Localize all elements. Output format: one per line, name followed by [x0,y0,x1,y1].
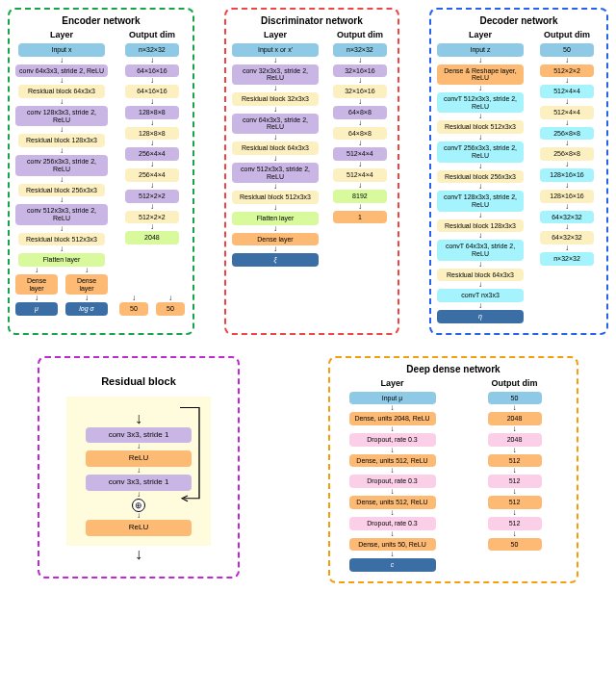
decoder-dim-2: 512×4×4 [540,85,594,98]
dec-out: η [437,310,524,323]
arrow-icon: ↓ [60,176,64,184]
arrow-icon: ↓ [391,509,395,517]
dense-dim-4: 512 [488,475,542,488]
arrow-icon: ↓ [150,223,154,231]
arrow-icon: ↓ [565,223,569,231]
arrow-icon: ↓ [478,134,482,141]
discriminator-dim-5: 512×4×4 [333,147,387,161]
decoder-layer-6: convT 128x3x3, stride 2, ReLU [437,191,524,211]
decoder-panel: Decoder network Layer Input z↓Dense & Re… [429,8,608,335]
dense-dim-hdr: Output dim [492,378,538,388]
decoder-dim-10: n×32×32 [540,252,594,266]
arrow-icon: ↓ [60,77,64,85]
decoder-layer-0: Input z [437,43,524,57]
dense-dim-3: 512 [488,454,542,468]
arrow-icon: ↓ [273,57,277,64]
arrow-icon: ↓ [565,244,569,252]
arrow-icon: ↓ [513,488,517,496]
discriminator-layer-6: Residual block 512x3x3 [232,191,319,204]
encoder-layer-7: conv 512x3x3, stride 2, ReLU [15,204,108,224]
resid-relu1: ReLU [86,450,192,467]
discriminator-layer-1: conv 32x3x3, stride 2, ReLU [232,64,319,85]
encoder-layer-col: Layer Input x↓conv 64x3x3, stride 2, ReL… [15,30,108,316]
arrow-icon: ↓ [358,98,362,106]
encoder-layer-hdr: Layer [50,30,73,39]
discriminator-dim-8: 1 [333,211,387,224]
encoder-dim-5: 256×4×4 [125,147,179,161]
encoder-layer-9: Flatten layer [18,253,105,267]
encoder-dim-hdr: Output dim [129,30,175,39]
arrow-icon: ↓ [60,98,64,106]
discriminator-dim-3: 64×8×8 [333,106,387,119]
arrow-icon: ↓ [478,261,482,269]
decoder-dim-5: 256×8×8 [540,147,594,161]
encoder-dim-1: 64×16×16 [125,64,179,78]
dense-layer-7: Dense, units 50, ReLU [349,538,436,552]
dec-layer-col: Layer Input z↓Dense & Reshape layer, ReL… [437,30,524,323]
decoder-layer-7: Residual block 128x3x3 [437,219,524,233]
discriminator-layer-2: Residual block 32x3x3 [232,92,319,106]
resid-conv2: conv 3x3, stride 1 [86,475,192,491]
arrow-icon: ↓ [273,204,277,212]
arrow-icon: ↓ [66,546,211,563]
dense-layer-5: Dense, units 512, ReLU [349,496,436,509]
arrow-icon: ↓ [150,140,154,147]
encoder-panel: Encoder network Layer Input x↓conv 64x3x… [8,8,194,335]
arrow-icon: ↓ [478,163,482,170]
arrow-icon: ↓ [478,183,482,191]
encoder-dim-2: 64×16×16 [125,85,179,98]
dec-dim-hdr: Output dim [544,30,590,39]
residual-title: Residual block [66,375,211,387]
dense-layer-0: Input μ [349,392,436,405]
encoder-dense-right: Dense layer [65,274,108,295]
arrow-icon: ↓ [60,245,64,253]
decoder-layer-1: Dense & Reshape layer, ReLU [437,64,524,85]
arrow-icon: ↓ [150,161,154,168]
arrow-icon: ↓ [391,530,395,538]
encoder-layer-3: conv 128x3x3, stride 2, ReLU [15,106,108,126]
arrow-icon: ↓ [358,203,362,211]
encoder-dim-3: 128×8×8 [125,106,179,119]
arrow-icon: ↓ [565,119,569,127]
discriminator-layer-3: conv 64x3x3, stride 2, ReLU [232,114,319,134]
decoder-layer-10: convT nx3x3 [437,289,524,302]
dense-dim-0: 50 [488,392,542,405]
dec-layer-hdr: Layer [469,30,492,39]
dense-title: Deep dense network [336,364,571,374]
arrow-icon: ↓ [150,98,154,106]
arrow-icon: ↓ [358,57,362,64]
arrow-icon: ↓ [513,467,517,475]
arrow-icon: ↓ [478,57,482,64]
arrow-icon: ↓ [478,113,482,120]
dense-layer-4: Dropout, rate 0.3 [349,475,436,488]
arrow-icon: ↓ [358,182,362,190]
arrow-icon: ↓ [273,85,277,92]
dense-layer-hdr: Layer [380,378,403,388]
disc-layer-hdr: Layer [264,30,287,39]
arrow-icon: ↓ [565,98,569,106]
arrow-icon: ↓ [150,57,154,64]
discriminator-layer-0: Input x or x' [232,43,319,57]
arrow-icon: ↓ [513,530,517,538]
discriminator-layer-8: Dense layer [232,233,319,246]
decoder-layer-9: Residual block 64x3x3 [437,269,524,282]
decoder-dim-1: 512×2×2 [540,64,594,78]
dense-dim-1: 2048 [488,412,542,425]
arrow-icon: ↓ [565,140,569,147]
encoder-dim-0: n×32×32 [125,43,179,57]
dense-layer-1: Dense, units 2048, ReLU [349,412,436,425]
arrow-icon: ↓ [565,161,569,168]
arrow-icon: ↓ [391,447,395,454]
encoder-dim-6: 256×4×4 [125,168,179,182]
decoder-layer-4: convT 256x3x3, stride 2, ReLU [437,141,524,162]
discriminator-dim-7: 8192 [333,190,387,203]
arrow-icon: ↓ [513,425,517,433]
disc-out: ξ [232,253,319,267]
arrow-icon: ↓ [513,404,517,412]
arrow-icon: ↓ [391,488,395,496]
arrow-icon: ↓ [273,134,277,141]
dense-layer-2: Dropout, rate 0.3 [349,433,436,447]
dense-dim-2: 2048 [488,433,542,447]
arrow-icon: ↓ [150,203,154,211]
arrow-icon: ↓ [150,182,154,190]
